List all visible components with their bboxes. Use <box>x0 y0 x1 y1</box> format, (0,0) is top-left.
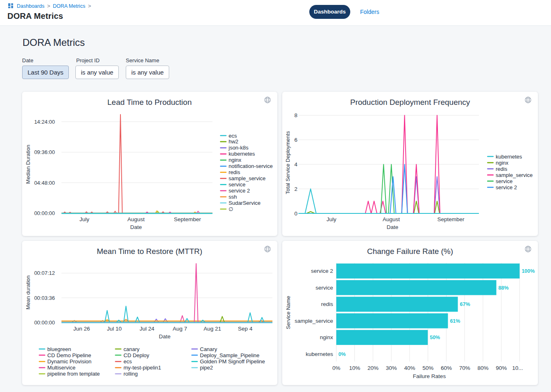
svg-text:Mean Time to Restore (MTTR): Mean Time to Restore (MTTR) <box>97 247 202 256</box>
svg-text:service: service <box>315 285 333 291</box>
svg-text:67%: 67% <box>460 301 470 307</box>
svg-text:Total Service Deployments: Total Service Deployments <box>285 131 291 194</box>
svg-text:Date: Date <box>387 224 399 230</box>
svg-text:00:00:00: 00:00:00 <box>34 319 55 326</box>
svg-text:September: September <box>437 216 465 222</box>
svg-text:30%: 30% <box>386 365 397 371</box>
svg-text:sample_service: sample_service <box>496 172 533 178</box>
svg-text:ecs: ecs <box>229 133 237 139</box>
svg-text:redis: redis <box>496 166 508 172</box>
svg-text:kubernetes: kubernetes <box>306 351 333 357</box>
svg-text:service: service <box>229 181 245 188</box>
svg-text:July: July <box>79 216 89 222</box>
svg-text:September: September <box>174 216 201 222</box>
svg-text:service 2: service 2 <box>311 268 333 274</box>
svg-text:Service Name: Service Name <box>285 296 291 329</box>
svg-text:61%: 61% <box>450 318 460 324</box>
svg-text:0%: 0% <box>332 365 340 371</box>
svg-text:nginx: nginx <box>229 157 242 163</box>
svg-text:60%: 60% <box>441 365 452 371</box>
svg-text:August: August <box>127 216 145 222</box>
svg-text:sample_service: sample_service <box>295 318 333 324</box>
svg-text:10...: 10... <box>512 365 523 371</box>
svg-text:04:48:00: 04:48:00 <box>34 180 55 186</box>
svg-text:Production Deployment Frequenc: Production Deployment Frequency <box>350 98 470 106</box>
svg-text:Median Duration: Median Duration <box>25 145 31 184</box>
svg-text:notification-service: notification-service <box>229 163 273 169</box>
svg-text:nginx: nginx <box>496 160 509 166</box>
svg-text:00:03:36: 00:03:36 <box>34 295 55 301</box>
svg-text:Jul 24: Jul 24 <box>140 326 155 332</box>
svg-text:90%: 90% <box>496 365 507 371</box>
svg-text:pipeline from template: pipeline from template <box>48 371 100 377</box>
svg-text:service 2: service 2 <box>496 184 517 190</box>
svg-text:redis: redis <box>229 169 240 175</box>
svg-text:88%: 88% <box>499 285 509 291</box>
svg-text:Dynamic Provision: Dynamic Provision <box>48 358 92 365</box>
svg-text:00:07:12: 00:07:12 <box>34 270 55 276</box>
svg-text:rolling: rolling <box>124 371 138 377</box>
svg-text:Jun 26: Jun 26 <box>73 326 90 332</box>
svg-text:nginx: nginx <box>320 334 333 340</box>
svg-text:14:24:00: 14:24:00 <box>34 119 55 125</box>
svg-text:Aug 21: Aug 21 <box>204 326 221 332</box>
svg-text:Mean duration: Mean duration <box>25 275 31 309</box>
svg-text:10%: 10% <box>349 365 360 371</box>
svg-text:Deploy_Sample_Pipeline: Deploy_Sample_Pipeline <box>200 352 259 358</box>
svg-text:pipe2: pipe2 <box>200 365 213 371</box>
svg-text:Canary: Canary <box>200 346 217 352</box>
svg-text:20%: 20% <box>367 365 379 371</box>
svg-text:kubernetes: kubernetes <box>229 151 255 157</box>
svg-text:50%: 50% <box>430 335 440 340</box>
svg-text:∅: ∅ <box>229 206 233 212</box>
svg-text:50%: 50% <box>422 365 433 371</box>
svg-text:Change Failure Rate (%): Change Failure Rate (%) <box>367 247 453 256</box>
svg-text:0: 0 <box>294 211 297 217</box>
svg-text:Aug 7: Aug 7 <box>172 326 187 332</box>
svg-text:0%: 0% <box>338 351 346 357</box>
svg-text:100%: 100% <box>522 268 535 274</box>
svg-text:CD Demo Pipeline: CD Demo Pipeline <box>48 352 91 358</box>
svg-text:SudarService: SudarService <box>229 200 261 206</box>
svg-text:40%: 40% <box>404 365 415 371</box>
svg-text:Lead Time to Production: Lead Time to Production <box>107 98 192 106</box>
svg-text:Date: Date <box>130 224 142 230</box>
svg-text:sample_service: sample_service <box>229 175 265 181</box>
svg-text:August: August <box>383 216 400 222</box>
svg-text:80%: 80% <box>477 365 488 371</box>
svg-text:redis: redis <box>321 301 333 307</box>
svg-text:Multiservice: Multiservice <box>48 365 76 371</box>
svg-text:canary: canary <box>124 346 140 352</box>
svg-text:4: 4 <box>294 161 297 168</box>
svg-text:hw2: hw2 <box>229 138 238 145</box>
svg-text:2: 2 <box>294 186 297 192</box>
svg-text:8: 8 <box>294 112 297 118</box>
svg-text:json-k8s: json-k8s <box>228 145 249 151</box>
svg-text:service 2: service 2 <box>229 188 250 194</box>
svg-text:00:00:00: 00:00:00 <box>34 210 55 216</box>
svg-text:July: July <box>327 216 336 222</box>
svg-text:ssh: ssh <box>229 194 237 200</box>
svg-text:Date: Date <box>159 333 171 340</box>
svg-text:09:36:00: 09:36:00 <box>34 149 55 155</box>
svg-text:Sep 4: Sep 4 <box>238 326 253 332</box>
svg-text:ecs: ecs <box>124 358 132 365</box>
svg-text:Golden PM Signoff Pipeline: Golden PM Signoff Pipeline <box>200 358 265 365</box>
svg-text:Failure Rates: Failure Rates <box>413 373 446 379</box>
svg-text:Jul 10: Jul 10 <box>107 326 122 332</box>
svg-text:70%: 70% <box>459 365 470 371</box>
svg-text:my-test-pipelin1: my-test-pipelin1 <box>124 365 161 371</box>
svg-text:bluegreen: bluegreen <box>48 346 71 352</box>
svg-text:6: 6 <box>294 137 297 143</box>
svg-text:kubernetes: kubernetes <box>496 154 522 160</box>
svg-text:CD Deploy: CD Deploy <box>124 352 150 358</box>
svg-text:service: service <box>496 178 512 184</box>
